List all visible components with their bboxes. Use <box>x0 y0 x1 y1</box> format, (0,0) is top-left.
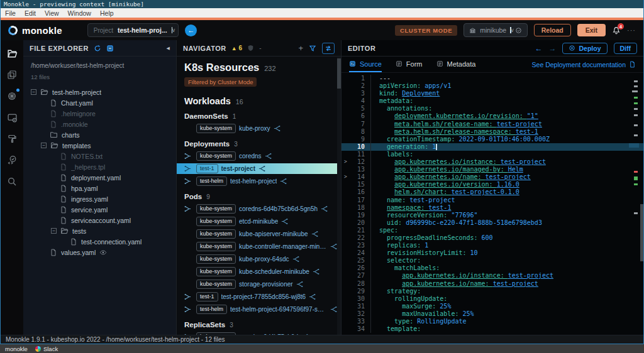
navigator-kind-title[interactable]: ReplicaSets3 <box>184 321 337 329</box>
code-line[interactable]: >14 app.kubernetes.io/name: test-project <box>341 173 643 181</box>
navigator-kind-title[interactable]: Deployments3 <box>184 140 337 148</box>
resource-row[interactable]: kube-systemkube-proxy-64sdc <box>184 254 337 264</box>
menu-help[interactable]: Help <box>100 9 114 17</box>
resource-row[interactable]: kube-systemcoredns-6d4b75cb6d <box>184 332 337 335</box>
code-line[interactable]: 20 uid: d96999bc-e220-47f1-888b-518e6798… <box>341 219 643 227</box>
resource-row[interactable]: kube-systemcoredns-6d4b75cb6d-5gn5h <box>184 204 337 214</box>
resource-row[interactable]: kube-systemetcd-minikube <box>184 216 337 227</box>
code-line[interactable]: 25 selector: <box>341 257 643 264</box>
warning-icon[interactable]: ▲ <box>231 45 237 52</box>
exit-button[interactable]: Exit <box>577 24 606 36</box>
file-tree-item[interactable]: test-connection.yaml <box>23 236 176 247</box>
tab-source[interactable]: Source <box>349 57 382 72</box>
code-line[interactable]: 27 app.kubernetes.io/instance: test-proj… <box>341 272 643 280</box>
project-selector[interactable]: Project test-helm-proj... ∨ <box>87 23 179 37</box>
menu-file[interactable]: File <box>5 9 16 17</box>
code-line[interactable]: 18 namespace: test-1 <box>341 204 643 212</box>
file-tree-item[interactable]: deployment.yaml <box>23 172 176 183</box>
rail-templates[interactable] <box>3 129 21 148</box>
code-line[interactable]: 29 strategy: <box>341 288 643 295</box>
editor-scrollbar[interactable] <box>640 73 643 335</box>
file-tree-item[interactable]: NOTES.txt <box>23 151 176 161</box>
resource-row[interactable]: kube-systemstorage-provisioner <box>184 279 337 290</box>
code-line[interactable]: 33 type: RollingUpdate <box>341 318 643 325</box>
resource-row[interactable]: kube-systemkube-scheduler-minikube <box>184 266 337 277</box>
refresh-icon[interactable] <box>94 45 101 52</box>
code-line[interactable]: 16 helm.sh/chart: test-project-0.1.0 <box>341 188 643 196</box>
code-line[interactable]: >12 app.kubernetes.io/instance: test-pro… <box>341 158 643 166</box>
scrollbar-thumb[interactable] <box>640 204 643 262</box>
code-line[interactable]: 31 maxSurge: 25% <box>341 303 643 310</box>
resource-row[interactable]: test-1test-project-77855dc856-wj8t6 <box>184 291 337 302</box>
back-to-project-button[interactable]: ← <box>185 24 197 36</box>
code-line[interactable]: 24 revisionHistoryLimit: 10 <box>341 249 643 257</box>
resource-row[interactable]: kube-systemkube-controller-manager-minik… <box>184 241 337 252</box>
code-line[interactable]: 9 creationTimestamp: 2022-09-01T10:46:00… <box>341 136 643 143</box>
plus-icon[interactable]: + <box>298 43 303 53</box>
notifications-button[interactable]: 4 <box>612 26 621 35</box>
code-line[interactable]: 19 resourceVersion: "77696" <box>341 212 643 219</box>
code-line[interactable]: 17 name: test-project <box>341 197 643 204</box>
code-line[interactable]: 34 template: <box>341 325 643 333</box>
file-tree-item[interactable]: −templates <box>23 140 176 151</box>
code-line[interactable]: 1--- <box>341 75 643 82</box>
rail-validation[interactable] <box>3 151 21 170</box>
navigator-group-title[interactable]: Workloads16 <box>184 96 337 106</box>
file-tree-item[interactable]: −test-helm-project <box>23 87 176 97</box>
reload-button[interactable]: Reload <box>534 24 571 36</box>
taskbar-monokle[interactable]: monokle <box>5 345 28 352</box>
file-tree-item[interactable]: charts <box>23 129 176 140</box>
layout-toggle-icon[interactable] <box>322 43 335 54</box>
forward-arrow-icon[interactable]: → <box>548 44 556 53</box>
code-line[interactable]: 32 maxUnavailable: 25% <box>341 310 643 318</box>
resource-row[interactable]: kube-systemkube-apiserver-minikube <box>184 229 337 239</box>
rail-preview[interactable] <box>3 108 21 127</box>
back-arrow-icon[interactable]: ← <box>535 44 542 53</box>
cluster-selector[interactable]: minikube ∨ <box>464 23 528 37</box>
menu-view[interactable]: View <box>45 9 59 17</box>
expander-icon[interactable]: − <box>31 89 36 95</box>
file-tree-item[interactable]: .helmignore <box>23 108 176 119</box>
code-line[interactable]: 21spec: <box>341 227 643 234</box>
code-line[interactable]: 30 rollingUpdate: <box>341 295 643 303</box>
menu-window[interactable]: Window <box>68 9 91 17</box>
rail-file-explorer[interactable] <box>3 44 21 63</box>
code-line[interactable]: 11 labels: <box>341 151 643 158</box>
deploy-button[interactable]: Deploy <box>562 43 607 54</box>
expander-icon[interactable]: − <box>41 143 47 148</box>
code-line[interactable]: 15 app.kubernetes.io/version: 1.16.0 <box>341 181 643 188</box>
file-tree-item[interactable]: serviceaccount.yaml <box>23 215 176 225</box>
file-tree-item[interactable]: service.yaml <box>23 204 176 215</box>
navigator-scrollbar[interactable] <box>337 57 341 335</box>
rail-helm[interactable] <box>3 87 21 106</box>
menu-edit[interactable]: Edit <box>25 9 36 17</box>
resource-row[interactable]: kube-systemcoredns <box>184 151 337 161</box>
file-tree-item[interactable]: values.yaml <box>23 247 176 258</box>
diff-button[interactable]: Diff <box>614 43 638 54</box>
resource-row[interactable]: test-helmtest-helm-project <box>184 176 337 187</box>
code-line[interactable]: 10 generation: 1 <box>341 143 643 151</box>
resource-row[interactable]: test-helmtest-helm-project-6947596f97-sd… <box>184 304 337 315</box>
code-line[interactable]: 26 matchLabels: <box>341 264 643 272</box>
file-tree-item[interactable]: .monokle <box>23 119 176 129</box>
tab-metadata[interactable]: Metadata <box>436 57 476 72</box>
rail-search[interactable] <box>3 172 21 191</box>
file-tree-item[interactable]: −tests <box>23 225 176 236</box>
code-line[interactable]: 4metadata: <box>341 97 643 105</box>
rail-kustomize[interactable]: k <box>3 65 21 84</box>
filter-icon[interactable] <box>309 45 316 52</box>
code-line[interactable]: 7 meta.helm.sh/release-name: test-projec… <box>341 121 643 128</box>
documentation-link[interactable]: See Deployment documentation <box>532 61 636 68</box>
code-editor[interactable]: 1---2apiVersion: apps/v13kind: Deploymen… <box>341 73 643 335</box>
collapse-all-icon[interactable] <box>106 45 114 52</box>
file-tree-item[interactable]: ingress.yaml <box>23 193 176 204</box>
file-tree-item[interactable]: hpa.yaml <box>23 183 176 193</box>
file-tree-item[interactable]: Chart.yaml <box>23 97 176 108</box>
code-line[interactable]: 23 replicas: 1 <box>341 242 643 249</box>
code-line[interactable]: 8 meta.helm.sh/release-namespace: test-1 <box>341 128 643 136</box>
tab-form[interactable]: Form <box>396 57 423 72</box>
scrollbar-thumb[interactable] <box>337 58 341 89</box>
code-line[interactable]: 13 app.kubernetes.io/managed-by: Helm <box>341 166 643 173</box>
code-line[interactable]: 6 deployment.kubernetes.io/revision: "1" <box>341 112 643 120</box>
resource-row[interactable]: test-1test-project <box>177 163 341 174</box>
